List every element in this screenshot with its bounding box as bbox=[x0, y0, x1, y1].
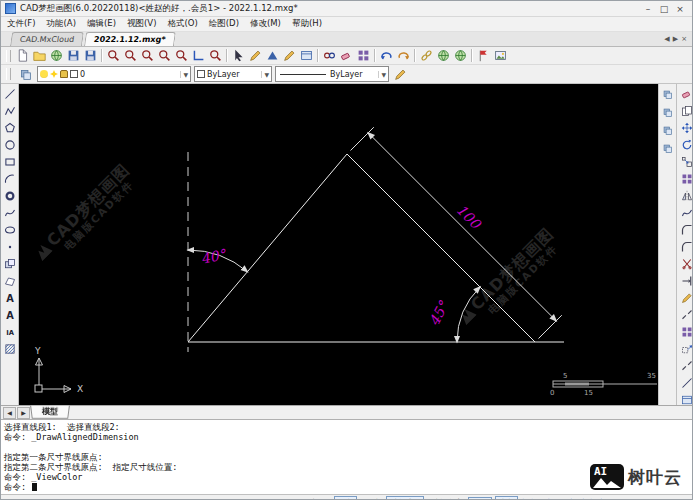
linetype-combo[interactable]: ByLayer ▼ bbox=[275, 66, 389, 82]
menu-item-6[interactable]: 修改(M) bbox=[250, 18, 281, 30]
layers-manager-icon[interactable] bbox=[17, 66, 34, 83]
block-insert-icon[interactable] bbox=[2, 256, 17, 271]
find-icon[interactable] bbox=[321, 47, 338, 64]
angular-dimension-right[interactable]: 45° bbox=[426, 287, 480, 342]
match-properties-icon[interactable] bbox=[680, 290, 693, 305]
color-combo[interactable]: ByLayer ▼ bbox=[194, 66, 272, 82]
purge-icon[interactable] bbox=[338, 47, 355, 64]
lineweight-icon[interactable] bbox=[392, 66, 409, 83]
menu-item-0[interactable]: 文件(F) bbox=[7, 18, 36, 30]
layout-next-icon[interactable]: ▶ bbox=[17, 407, 30, 419]
command-window[interactable]: 选择直线段1: 选择直线段2:命令: _DrawAlignedDimension… bbox=[1, 419, 692, 494]
scale-icon[interactable] bbox=[680, 154, 693, 169]
layer-combo[interactable]: 0 ▼ bbox=[37, 66, 191, 82]
erase-icon[interactable] bbox=[680, 86, 693, 101]
menu-item-2[interactable]: 编辑(E) bbox=[87, 18, 116, 30]
chamfer-icon[interactable] bbox=[680, 239, 693, 254]
menu-item-5[interactable]: 绘图(D) bbox=[209, 18, 239, 30]
zoom-in-icon[interactable] bbox=[122, 47, 139, 64]
zoom-extents-icon[interactable] bbox=[105, 47, 122, 64]
status-toggle-2[interactable]: 极轴 bbox=[360, 496, 383, 500]
status-toggle-3[interactable]: 对象捕捉 bbox=[386, 496, 424, 500]
spline-icon[interactable] bbox=[2, 205, 17, 220]
field-icon[interactable] bbox=[2, 324, 17, 339]
rectangle-icon[interactable] bbox=[2, 154, 17, 169]
trim-icon[interactable] bbox=[680, 256, 693, 271]
explode-icon[interactable] bbox=[680, 324, 693, 339]
flag-icon[interactable] bbox=[475, 47, 492, 64]
minimize-button[interactable]: – bbox=[640, 4, 656, 14]
layout-window-icon[interactable] bbox=[298, 47, 315, 64]
menu-item-4[interactable]: 格式(O) bbox=[167, 18, 197, 30]
status-toggle-0[interactable]: 栅格 bbox=[308, 496, 331, 500]
ellipse-icon[interactable] bbox=[2, 222, 17, 237]
lengthen-icon[interactable] bbox=[680, 358, 693, 373]
text-icon[interactable] bbox=[2, 290, 17, 305]
move-icon[interactable] bbox=[680, 120, 693, 135]
annotate-icon[interactable] bbox=[281, 47, 298, 64]
draw-edit-icon[interactable] bbox=[247, 47, 264, 64]
polygon-icon[interactable] bbox=[2, 120, 17, 135]
edit-polyline-icon[interactable] bbox=[680, 205, 693, 220]
cloud-open-icon[interactable] bbox=[48, 47, 65, 64]
circle-icon[interactable] bbox=[2, 137, 17, 152]
donut-icon[interactable] bbox=[2, 188, 17, 203]
polyline-icon[interactable] bbox=[2, 103, 17, 118]
properties-icon[interactable] bbox=[680, 392, 693, 407]
menu-item-7[interactable]: 帮助(H) bbox=[292, 18, 322, 30]
menu-item-3[interactable]: 视图(V) bbox=[127, 18, 156, 30]
point-icon[interactable] bbox=[2, 239, 17, 254]
dimension-icon[interactable] bbox=[264, 47, 281, 64]
zoom-window-icon[interactable] bbox=[207, 47, 224, 64]
stretch-icon[interactable] bbox=[680, 341, 693, 356]
layout-prev-icon[interactable]: ◀ bbox=[3, 407, 16, 419]
tab-model[interactable]: 模型 bbox=[30, 406, 70, 419]
save-icon[interactable] bbox=[65, 47, 82, 64]
copy-clip-icon[interactable] bbox=[660, 87, 675, 102]
ucs-icon[interactable] bbox=[190, 47, 207, 64]
new-icon[interactable] bbox=[14, 47, 31, 64]
array-icon[interactable] bbox=[680, 171, 693, 186]
share-link-icon[interactable] bbox=[418, 47, 435, 64]
save-as-icon[interactable] bbox=[82, 47, 99, 64]
extend-icon[interactable] bbox=[680, 273, 693, 288]
tab-close-icon[interactable]: × bbox=[681, 35, 687, 43]
help-icon[interactable] bbox=[452, 47, 469, 64]
wipeout-icon[interactable] bbox=[2, 273, 17, 288]
mirror-icon[interactable] bbox=[680, 188, 693, 203]
block-manager-icon[interactable] bbox=[355, 47, 372, 64]
arc-icon[interactable] bbox=[2, 171, 17, 186]
status-toggle-6[interactable]: 线宽 bbox=[495, 496, 518, 500]
redo-icon[interactable] bbox=[395, 47, 412, 64]
break-icon[interactable] bbox=[680, 307, 693, 322]
status-toggle-4[interactable]: 对象追踪 bbox=[427, 496, 465, 500]
aligned-dimension[interactable]: 100 bbox=[351, 127, 562, 338]
undo-icon[interactable] bbox=[378, 47, 395, 64]
status-toggle-1[interactable]: 正交 bbox=[334, 496, 357, 500]
web-icon[interactable] bbox=[435, 47, 452, 64]
zoom-out-icon[interactable] bbox=[139, 47, 156, 64]
paste-block-icon[interactable] bbox=[660, 141, 675, 156]
copy-base-point-icon[interactable] bbox=[660, 105, 675, 120]
hatch-icon[interactable] bbox=[2, 341, 17, 356]
align-icon[interactable] bbox=[680, 375, 693, 390]
open-icon[interactable] bbox=[31, 47, 48, 64]
zoom-previous-icon[interactable] bbox=[173, 47, 190, 64]
tab-scroll-right-icon[interactable]: ▶ bbox=[673, 35, 678, 43]
tab-scroll-left-icon[interactable]: ◀ bbox=[664, 35, 669, 43]
maximize-button[interactable]: □ bbox=[656, 4, 672, 14]
close-button[interactable]: × bbox=[672, 4, 688, 14]
rotate-icon[interactable] bbox=[680, 137, 693, 152]
zoom-all-icon[interactable] bbox=[156, 47, 173, 64]
line-icon[interactable] bbox=[2, 86, 17, 101]
tab-drawing[interactable]: 2022.1.12.mxg* bbox=[84, 32, 175, 46]
menu-item-1[interactable]: 功能(A) bbox=[47, 18, 76, 30]
copy-icon[interactable] bbox=[680, 103, 693, 118]
tab-cad-mxcloud[interactable]: CAD.MxCloud bbox=[10, 32, 84, 46]
fillet-icon[interactable] bbox=[680, 222, 693, 237]
mtext-icon[interactable] bbox=[2, 307, 17, 322]
select-icon[interactable] bbox=[230, 47, 247, 64]
drawing-canvas[interactable]: CAD梦想画图 电脑版CAD软件 CAD梦想画图 电脑版CAD软件 40° bbox=[19, 84, 658, 405]
paste-clip-icon[interactable] bbox=[660, 123, 675, 138]
status-toggle-5[interactable]: DYN bbox=[468, 497, 492, 500]
